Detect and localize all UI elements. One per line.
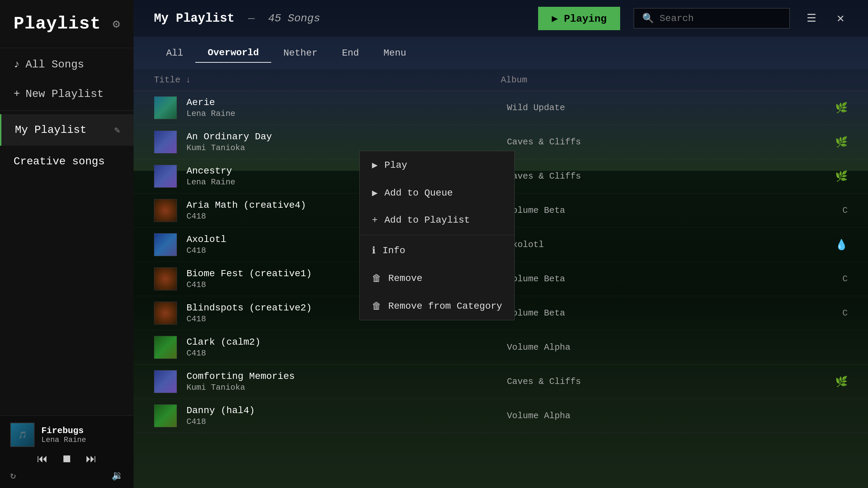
- search-box: 🔍: [634, 8, 790, 28]
- context-menu-item-play[interactable]: ▶ Play: [360, 151, 514, 179]
- song-thumbnail: [154, 370, 177, 393]
- sidebar-title: Playlist: [14, 14, 101, 34]
- song-thumbnail: [154, 267, 177, 290]
- context-menu-separator: [360, 235, 514, 235]
- song-badge: C: [827, 308, 848, 318]
- previous-button[interactable]: ⏮: [37, 452, 48, 466]
- song-row[interactable]: Comforting Memories Kumi Tanioka Caves &…: [134, 365, 868, 399]
- playlist-item-name: Creative songs: [14, 155, 105, 168]
- sidebar-item-my-playlist[interactable]: My Playlist ✎: [0, 114, 134, 146]
- song-title: Comforting Memories: [186, 371, 507, 382]
- song-list-header: Title ↓ Album: [134, 69, 868, 91]
- song-badge: C: [827, 205, 848, 216]
- song-badge: C: [827, 274, 848, 284]
- song-info: An Ordinary Day Kumi Tanioka: [186, 131, 507, 152]
- song-title: An Ordinary Day: [186, 131, 507, 142]
- album-column-header: Album: [501, 75, 848, 85]
- song-thumbnail: [154, 404, 177, 427]
- now-playing-title: Firebugs: [41, 426, 123, 436]
- song-album: Volume Alpha: [507, 342, 827, 352]
- song-thumbnail: [154, 302, 177, 325]
- all-songs-label: All Songs: [25, 58, 84, 71]
- context-item-label: Add to Queue: [384, 188, 453, 198]
- sidebar: Playlist ⚙ ♪ All Songs + New Playlist My…: [0, 0, 134, 488]
- list-view-button[interactable]: ☰: [803, 8, 820, 28]
- tab-all[interactable]: All: [154, 43, 195, 63]
- song-album: Volume Alpha: [507, 411, 827, 421]
- song-row[interactable]: Aerie Lena Raine Wild Update 🌿: [134, 91, 868, 125]
- tab-menu[interactable]: Menu: [371, 43, 418, 63]
- header-separator: —: [248, 12, 255, 25]
- song-album: Wild Update: [507, 103, 827, 113]
- song-status-icon: 💧: [827, 239, 848, 251]
- song-info: Aerie Lena Raine: [186, 97, 507, 118]
- song-album: Caves & Cliffs: [507, 137, 827, 147]
- song-title: Aerie: [186, 97, 507, 108]
- music-note-icon: ♪: [14, 58, 20, 71]
- context-item-icon: ▶: [372, 159, 378, 171]
- stop-button[interactable]: ⏹: [61, 452, 72, 466]
- gear-icon[interactable]: ⚙: [113, 17, 120, 32]
- main-header: My Playlist — 45 Songs ▶ Playing 🔍 ☰ ✕: [134, 0, 868, 37]
- song-thumbnail: [154, 130, 177, 154]
- tab-overworld[interactable]: Overworld: [195, 43, 271, 63]
- context-menu-item-info[interactable]: ℹ Info: [360, 237, 514, 264]
- context-item-icon: ℹ: [372, 245, 376, 256]
- title-column-header: Title ↓: [154, 75, 501, 85]
- context-item-icon: +: [372, 215, 378, 225]
- song-album: Volume Beta: [507, 308, 827, 318]
- volume-button[interactable]: 🔉: [112, 470, 123, 481]
- sidebar-item-creative-songs[interactable]: Creative songs: [0, 146, 134, 177]
- song-info: Danny (hal4) C418: [186, 405, 507, 426]
- context-menu-item-remove[interactable]: 🗑 Remove: [360, 264, 514, 292]
- song-info: Comforting Memories Kumi Tanioka: [186, 371, 507, 392]
- song-artist: C418: [186, 349, 507, 358]
- sidebar-divider: [0, 110, 134, 111]
- repeat-button[interactable]: ↻: [10, 470, 16, 481]
- context-menu: ▶ Play ▶ Add to Queue + Add to Playlist …: [359, 151, 515, 320]
- new-playlist-button[interactable]: + New Playlist: [0, 81, 134, 107]
- context-item-label: Add to Playlist: [384, 215, 470, 225]
- song-row[interactable]: Clark (calm2) C418 Volume Alpha: [134, 330, 868, 365]
- song-row[interactable]: Danny (hal4) C418 Volume Alpha: [134, 399, 868, 433]
- now-playing-info: 🎵 Firebugs Lena Raine: [10, 423, 123, 447]
- now-playing-artist: Lena Raine: [41, 436, 123, 444]
- sidebar-item-all-songs[interactable]: ♪ All Songs: [0, 48, 134, 81]
- context-item-icon: ▶: [372, 187, 378, 199]
- song-thumbnail: [154, 233, 177, 256]
- song-artist: C418: [186, 417, 507, 426]
- song-artist: Lena Raine: [186, 109, 507, 118]
- song-title: Danny (hal4): [186, 405, 507, 416]
- close-button[interactable]: ✕: [833, 7, 848, 29]
- edit-icon: ✎: [114, 124, 120, 136]
- playlist-item-name: My Playlist: [15, 124, 86, 136]
- song-album: Volume Beta: [507, 274, 827, 284]
- context-menu-item-add-to-playlist[interactable]: + Add to Playlist: [360, 207, 514, 233]
- category-tabs: AllOverworldNetherEndMenu: [134, 37, 868, 69]
- main-content: My Playlist — 45 Songs ▶ Playing 🔍 ☰ ✕ A…: [134, 0, 868, 488]
- current-playlist-name: My Playlist: [154, 12, 235, 25]
- song-thumbnail: [154, 336, 177, 359]
- tab-end[interactable]: End: [330, 43, 371, 63]
- context-item-label: Play: [384, 160, 407, 170]
- song-album: Caves & Cliffs: [507, 377, 827, 387]
- plus-icon: +: [14, 88, 20, 100]
- context-menu-item-add-to-queue[interactable]: ▶ Add to Queue: [360, 179, 514, 207]
- context-item-label: Remove from Category: [388, 301, 502, 311]
- next-button[interactable]: ⏭: [86, 452, 97, 466]
- now-playing-text: Firebugs Lena Raine: [41, 426, 123, 444]
- song-status-icon: 🌿: [827, 170, 848, 183]
- playback-controls: ⏮ ⏹ ⏭: [10, 452, 123, 466]
- sidebar-header: Playlist ⚙: [0, 0, 134, 48]
- context-item-label: Remove: [388, 273, 422, 284]
- now-playing-thumbnail: 🎵: [10, 423, 35, 447]
- tab-nether[interactable]: Nether: [271, 43, 330, 63]
- context-menu-item-remove-from-category[interactable]: 🗑 Remove from Category: [360, 292, 514, 320]
- new-playlist-label: New Playlist: [25, 88, 103, 100]
- song-album: Axolotl: [507, 240, 827, 250]
- song-status-icon: 🌿: [827, 375, 848, 388]
- search-icon: 🔍: [642, 13, 654, 24]
- search-input[interactable]: [659, 13, 781, 24]
- song-thumbnail: [154, 96, 177, 119]
- playing-button[interactable]: ▶ Playing: [538, 7, 620, 30]
